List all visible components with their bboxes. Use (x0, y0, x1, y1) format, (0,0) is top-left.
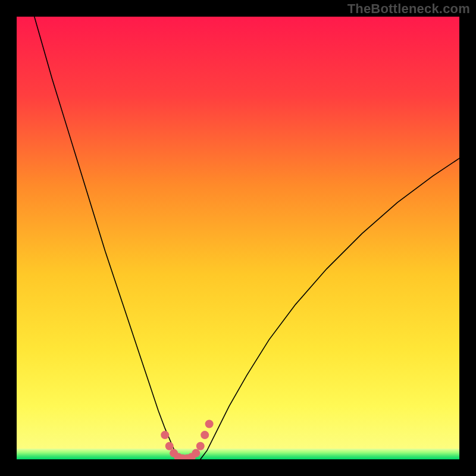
chart-point (205, 419, 214, 428)
chart-point (201, 431, 209, 439)
chart-point (165, 442, 174, 450)
chart-frame: TheBottleneck.com (0, 0, 476, 476)
chart-point (161, 431, 169, 439)
chart-svg (17, 17, 459, 459)
green-band (17, 449, 459, 459)
chart-point (196, 442, 205, 450)
plot-area (17, 17, 459, 459)
chart-point (192, 449, 200, 458)
watermark-text: TheBottleneck.com (347, 1, 470, 17)
gradient-background (17, 17, 459, 459)
